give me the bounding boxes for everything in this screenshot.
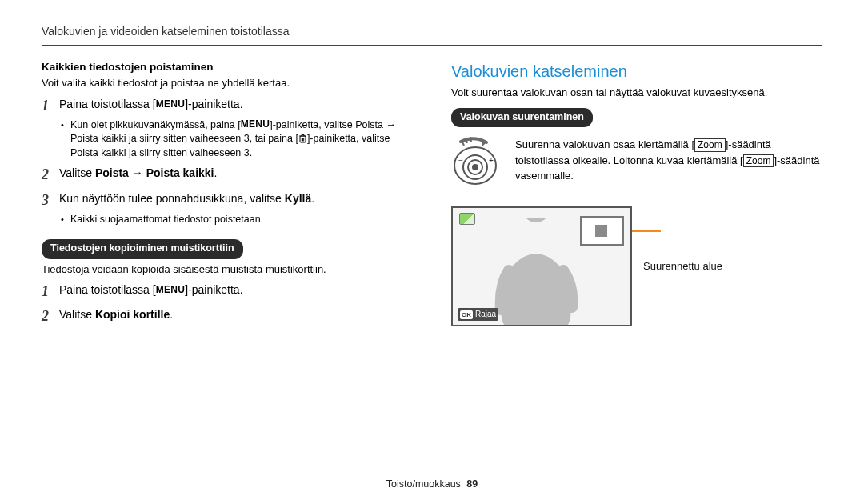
- callout-enlarged-area: Suurennettu alue: [643, 259, 722, 274]
- view-intro: Voit suurentaa valokuvan osan tai näyttä…: [451, 86, 822, 100]
- camera-screen-preview: OK Rajaa: [451, 206, 632, 326]
- delete-all-intro: Voit valita kaikki tiedostot ja poistaa …: [42, 76, 413, 90]
- svg-text:+: +: [489, 156, 494, 165]
- header-rule: [42, 45, 822, 46]
- step1-text-post: ]-painiketta.: [185, 98, 242, 110]
- footer: Toisto/muokkaus 89: [0, 478, 864, 492]
- bullet-dot: [61, 213, 70, 227]
- photo-thumbnail-icon: [459, 213, 475, 225]
- step-number: 1: [42, 282, 59, 302]
- zoom-knob-icon: − +: [451, 137, 504, 192]
- zoom-boxed-label: Zoom: [694, 138, 726, 151]
- step1-bullet-c-bold: Poista kaikki: [70, 147, 126, 158]
- step3-bullet-text: Kaikki suojaamattomat tiedostot poisteta…: [70, 213, 263, 227]
- zoom-navigator-indicator: [595, 225, 607, 237]
- menu-icon: MENU: [156, 98, 186, 110]
- step1-bullet-c-post: ja siirry sitten vaiheeseen 3.: [126, 147, 252, 158]
- svg-point-7: [472, 164, 478, 170]
- step1-bullet-a-poista: Poista: [355, 119, 383, 130]
- step1-bullets: Kun olet pikkukuvanäkymässä, paina [MENU…: [61, 118, 413, 161]
- left-column: Kaikkien tiedostojen poistaminen Voit va…: [42, 60, 413, 329]
- copy-step1-post: ]-painiketta.: [185, 283, 242, 296]
- step2-post: .: [214, 166, 218, 179]
- arrow-right-icon: →: [129, 166, 146, 179]
- step-3: 3 Kun näyttöön tulee ponnahdusikkuna, va…: [42, 190, 413, 210]
- zoom-boxed-label: Zoom: [743, 154, 774, 167]
- step1-bullet-a-pre: Kun olet pikkukuvanäkymässä, paina [: [70, 119, 241, 130]
- page-number: 89: [466, 478, 478, 490]
- step2-bold2: Poista kaikki: [146, 166, 214, 179]
- step-number: 3: [42, 190, 59, 210]
- callout-line: [632, 230, 661, 232]
- arrow-right-icon: →: [383, 119, 396, 130]
- copy-step-2: 2 Valitse Kopioi kortille.: [42, 306, 413, 326]
- copy-step2-post: .: [170, 308, 173, 321]
- heading-view-photos: Valokuvien katseleminen: [451, 60, 822, 82]
- heading-delete-all: Kaikkien tiedostojen poistaminen: [42, 60, 413, 75]
- zoom-text-a-pre: Suurenna valokuvan osaa kiertämällä [: [515, 138, 694, 150]
- right-column: Valokuvien katseleminen Voit suurentaa v…: [451, 60, 822, 329]
- ok-icon: OK: [460, 310, 473, 319]
- step3-bullets: Kaikki suojaamattomat tiedostot poisteta…: [61, 213, 413, 227]
- step3-bold: Kyllä: [285, 192, 311, 205]
- step1-text-pre: Paina toistotilassa [: [59, 98, 156, 110]
- copy-intro: Tiedostoja voidaan kopioida sisäisestä m…: [42, 262, 413, 277]
- trash-icon: [298, 133, 307, 144]
- step1-bullet-b-mid: ja siirry sitten vaiheeseen 3, tai paina…: [126, 133, 298, 144]
- copy-step2-pre: Valitse: [59, 308, 95, 321]
- step2-bold1: Poista: [95, 166, 129, 179]
- step-1: 1 Paina toistotilassa [MENU]-painiketta.: [42, 96, 413, 116]
- breadcrumb: Valokuvien ja videoiden katseleminen toi…: [42, 24, 822, 40]
- bullet-dot: [61, 118, 70, 133]
- menu-icon: MENU: [241, 118, 270, 130]
- svg-text:−: −: [458, 156, 463, 165]
- zoom-preview-row: OK Rajaa Suurennettu alue: [451, 206, 822, 326]
- step2-pre: Valitse: [59, 166, 95, 179]
- heading-enlarge-photo: Valokuvan suurentaminen: [451, 108, 593, 128]
- step-number: 2: [42, 165, 59, 185]
- copy-step2-bold: Kopioi kortille: [95, 308, 170, 321]
- step-number: 2: [42, 306, 59, 326]
- menu-icon: MENU: [156, 284, 186, 295]
- zoom-navigator: [580, 216, 624, 246]
- step1-bullet-b-bold: Poista kaikki: [70, 133, 126, 144]
- rajaa-text: Rajaa: [475, 309, 496, 320]
- copy-step1-pre: Paina toistotilassa [: [59, 283, 156, 296]
- step-number: 1: [42, 96, 59, 116]
- crop-button-label: OK Rajaa: [458, 308, 498, 321]
- step1-bullet-a-mid: ]-painiketta, valitse: [270, 119, 355, 130]
- footer-section: Toisto/muokkaus: [386, 478, 461, 490]
- step1-bullet-b-post: ]-painiketta, valitse: [307, 133, 390, 144]
- zoom-instruction: − + Suurenna valokuvan osaa kiertämällä …: [451, 137, 822, 192]
- photo-silhouette: [494, 218, 578, 325]
- heading-copy-to-card: Tiedostojen kopioiminen muistikorttiin: [42, 239, 243, 259]
- copy-step-1: 1 Paina toistotilassa [MENU]-painiketta.: [42, 282, 413, 302]
- step3-pre: Kun näyttöön tulee ponnahdusikkuna, vali…: [59, 192, 285, 205]
- step-2: 2 Valitse Poista → Poista kaikki.: [42, 165, 413, 185]
- step3-post: .: [311, 192, 314, 205]
